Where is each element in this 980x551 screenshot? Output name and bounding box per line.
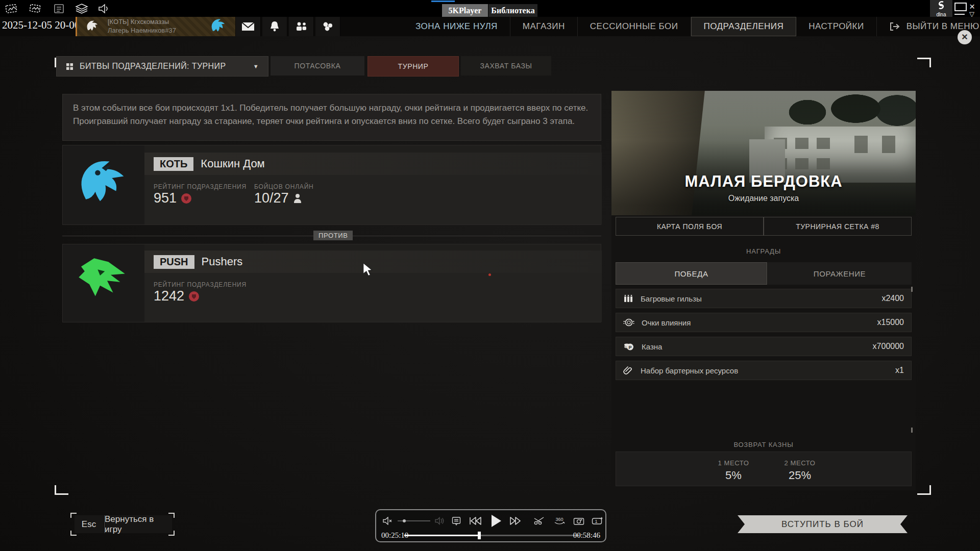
frame-step-button[interactable]: 1 bbox=[592, 516, 604, 525]
refund-box: 1 МЕСТО 5% 2 МЕСТО 25% bbox=[616, 452, 912, 486]
map-title: МАЛАЯ БЕРДОВКА bbox=[611, 172, 916, 191]
volume-loud-icon[interactable] bbox=[434, 517, 445, 525]
blue-eagle-emblem bbox=[74, 156, 133, 215]
team1-emblem bbox=[63, 145, 144, 224]
reward-row[interactable]: Набор бартерных ресурсов x1 bbox=[616, 361, 912, 380]
reward-row[interactable]: Багровые гильзы x2400 bbox=[616, 289, 912, 308]
battlefield-map-button[interactable]: КАРТА ПОЛЯ БОЯ bbox=[616, 217, 764, 236]
maximize-button[interactable] bbox=[954, 3, 967, 11]
mute-button[interactable] bbox=[382, 517, 393, 525]
notifications-button[interactable] bbox=[262, 17, 287, 36]
screenshot-icon[interactable] bbox=[5, 3, 18, 14]
svg-text:P: P bbox=[628, 345, 631, 350]
clan-banner[interactable]: [КОТЬ] Кгхскомаззы Лагерь Наемников#37 bbox=[76, 17, 235, 36]
clan-button[interactable] bbox=[315, 17, 340, 36]
reward-count: x2400 bbox=[881, 294, 904, 303]
crimson-casings-icon bbox=[623, 293, 633, 304]
rating-icon bbox=[188, 291, 200, 302]
rewind-button[interactable] bbox=[469, 516, 482, 525]
team-card-push[interactable]: PUSH Pushers РЕЙТИНГ ПОДРАЗДЕЛЕНИЯ 1242 bbox=[62, 244, 601, 322]
subtitles-button[interactable] bbox=[452, 516, 461, 525]
seek-handle[interactable] bbox=[478, 532, 481, 539]
rewards-header: НАГРАДЫ bbox=[611, 247, 916, 255]
volume-slider[interactable] bbox=[398, 520, 430, 521]
team1-rating-value: 951 bbox=[154, 190, 177, 206]
nav-session-battles[interactable]: СЕССИОННЫЕ БОИ bbox=[578, 17, 691, 36]
frame-corner-bottom-right bbox=[917, 485, 931, 495]
team2-title-row: PUSH Pushers bbox=[144, 251, 602, 273]
chevron-down-icon: ▼ bbox=[253, 63, 259, 69]
join-battle-button[interactable]: ВСТУПИТЬ В БОЙ bbox=[738, 515, 908, 533]
tab-defeat[interactable]: ПОРАЖЕНИЕ bbox=[768, 262, 912, 285]
svg-text:360: 360 bbox=[555, 517, 563, 522]
reward-row[interactable]: P Казна x700000 bbox=[616, 337, 912, 356]
team1-title-row: КОТЬ Кошкин Дом bbox=[144, 153, 602, 175]
rating-icon bbox=[181, 193, 192, 204]
nav-units[interactable]: ПОДРАЗДЕЛЕНИЯ bbox=[691, 17, 797, 36]
vs-label: ПРОТИВ bbox=[313, 231, 353, 240]
map-status: Ожидание запуска bbox=[611, 194, 916, 203]
exit-icon bbox=[889, 22, 900, 31]
reward-row[interactable]: Очки влияния x15000 bbox=[616, 313, 912, 332]
tab-library[interactable]: Библиотека bbox=[488, 4, 537, 17]
team2-rating-label: РЕЙТИНГ ПОДРАЗДЕЛЕНИЯ bbox=[154, 281, 247, 288]
close-overlay-button[interactable]: ✕ bbox=[958, 30, 972, 44]
team2-stats: РЕЙТИНГ ПОДРАЗДЕЛЕНИЯ 1242 bbox=[144, 273, 602, 322]
playlist-notes-icon[interactable] bbox=[53, 3, 66, 14]
team1-online-label: БОЙЦОВ ОНЛАЙН bbox=[254, 183, 314, 190]
screen: 5KPlayer Библиотека dlna × ▽ 2025-12-05 … bbox=[0, 0, 980, 551]
return-to-game-button[interactable]: Вернуться в игру bbox=[104, 515, 172, 533]
clan-eagle-icon bbox=[83, 19, 103, 35]
team-card-koть[interactable]: КОТЬ Кошкин Дом РЕЙТИНГ ПОДРАЗДЕЛЕНИЯ 95… bbox=[62, 145, 601, 225]
esc-key-button[interactable]: Esc bbox=[75, 515, 103, 533]
reward-name: Набор бартерных ресурсов bbox=[641, 366, 888, 375]
cut-button[interactable] bbox=[533, 516, 545, 525]
minimize-button[interactable] bbox=[954, 14, 965, 15]
layers-icon[interactable] bbox=[75, 3, 88, 14]
team2-tag: PUSH bbox=[154, 255, 194, 269]
player-titlebar: 5KPlayer Библиотека dlna × ▽ bbox=[0, 0, 980, 17]
tournament-bracket-button[interactable]: ТУРНИРНАЯ СЕТКА #8 bbox=[764, 217, 912, 236]
event-description: В этом событии все бои происходят 1х1. П… bbox=[62, 94, 601, 141]
snapshot-button[interactable] bbox=[573, 516, 584, 525]
nav-zone-below-zero[interactable]: ЗОНА НИЖЕ НУЛЯ bbox=[403, 17, 510, 36]
fast-forward-button[interactable] bbox=[509, 516, 522, 525]
active-tab-indicator bbox=[431, 1, 455, 2]
return-group: Esc Вернуться в игру bbox=[70, 513, 175, 536]
tab-tournament[interactable]: ТУРНИР bbox=[368, 56, 459, 77]
mail-icon bbox=[241, 21, 255, 32]
clan-flame-eagle-icon bbox=[206, 17, 232, 36]
tab-brawl[interactable]: ПОТАСОВКА bbox=[271, 56, 364, 76]
grid-icon bbox=[66, 63, 74, 70]
nav-shop[interactable]: МАГАЗИН bbox=[510, 17, 578, 36]
dlna-button[interactable]: dlna bbox=[930, 0, 952, 17]
screenshot-edit-icon[interactable] bbox=[29, 3, 42, 14]
mail-button[interactable] bbox=[236, 17, 261, 36]
team1-rating-label: РЕЙТИНГ ПОДРАЗДЕЛЕНИЯ bbox=[154, 183, 247, 190]
sound-icon[interactable] bbox=[97, 3, 110, 14]
team2-emblem bbox=[63, 244, 144, 322]
scrollbar-top[interactable] bbox=[911, 287, 913, 292]
tab-base-capture[interactable]: ЗАХВАТ БАЗЫ bbox=[461, 56, 551, 76]
clan-icon bbox=[322, 21, 334, 32]
team1-name: Кошкин Дом bbox=[201, 157, 264, 170]
tab-5kplayer[interactable]: 5KPlayer bbox=[442, 4, 488, 17]
influence-points-icon bbox=[623, 317, 634, 328]
event-title: БИТВЫ ПОДРАЗДЕЛЕНИЙ: ТУРНИР bbox=[80, 62, 226, 71]
friends-button[interactable] bbox=[289, 17, 314, 36]
seek-bar[interactable] bbox=[404, 535, 579, 536]
scrollbar-bottom[interactable] bbox=[911, 428, 913, 433]
total-time: 00:58:46 bbox=[573, 531, 600, 540]
reward-name: Очки влияния bbox=[642, 318, 870, 327]
event-selector[interactable]: БИТВЫ ПОДРАЗДЕЛЕНИЙ: ТУРНИР ▼ bbox=[56, 56, 268, 77]
nav-settings[interactable]: НАСТРОЙКИ bbox=[796, 17, 876, 36]
green-wolf-emblem bbox=[74, 254, 133, 313]
barter-kit-icon bbox=[623, 365, 633, 375]
rotate-360-button[interactable]: 360 bbox=[553, 516, 566, 525]
refund-place-2: 2 МЕСТО 25% bbox=[764, 459, 836, 482]
team1-stats: РЕЙТИНГ ПОДРАЗДЕЛЕНИЯ 951 БОЙЦОВ ОНЛАЙН … bbox=[144, 175, 602, 224]
frame-corner-bottom-left bbox=[55, 485, 68, 495]
play-button[interactable] bbox=[491, 514, 502, 528]
map-preview: МАЛАЯ БЕРДОВКА Ожидание запуска bbox=[611, 91, 916, 215]
tab-victory[interactable]: ПОБЕДА bbox=[616, 262, 767, 285]
